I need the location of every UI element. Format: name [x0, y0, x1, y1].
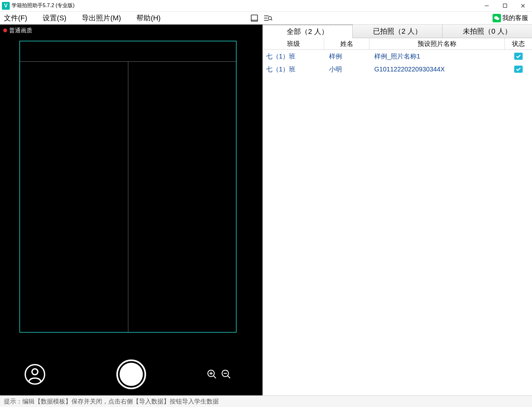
tabs: 全部（2 人） 已拍照（2 人） 未拍照（0 人）: [263, 25, 532, 38]
statusbar: 提示：编辑【数据模板】保存并关闭，点击右侧【导入数据】按钮导入学生数据: [0, 395, 532, 407]
save-icon[interactable]: [250, 13, 259, 23]
wechat-icon: [493, 14, 501, 22]
person-overlay-icon[interactable]: [252, 27, 259, 35]
quality-label: 普通画质: [9, 27, 32, 34]
close-button[interactable]: [514, 0, 532, 12]
cell-class: 七（1）班: [263, 65, 326, 74]
grid-icon[interactable]: [242, 27, 249, 35]
guide-frame: [19, 41, 237, 333]
svg-point-9: [268, 16, 271, 20]
column-header-name[interactable]: 姓名: [324, 38, 369, 49]
zoom-in-icon[interactable]: [207, 369, 217, 380]
menu-help[interactable]: 帮助(H): [136, 13, 161, 23]
table-row[interactable]: 七（1）班 小明 G10112220220930344X: [263, 63, 532, 76]
cell-name: 小明: [326, 65, 371, 74]
shutter-button[interactable]: [116, 359, 146, 389]
cell-photo-name: 样例_照片名称1: [371, 52, 505, 61]
customer-service-label: 我的客服: [502, 14, 528, 22]
customer-service-button[interactable]: 我的客服: [493, 14, 528, 22]
shutter-inner: [120, 363, 143, 386]
table-header: 班级 姓名 预设照片名称 状态: [263, 38, 532, 50]
maximize-button[interactable]: [496, 0, 514, 12]
column-header-status[interactable]: 状态: [505, 38, 532, 49]
table-row[interactable]: 七（1）班 样例 样例_照片名称1: [263, 50, 532, 63]
svg-point-20: [32, 369, 38, 375]
svg-line-22: [214, 376, 216, 378]
camera-viewport[interactable]: [0, 36, 262, 353]
cell-status: [505, 66, 532, 73]
camera-bottombar: [0, 353, 262, 395]
titlebar: V 学籍拍照助手5.7.2 (专业版): [0, 0, 532, 12]
window-title: 学籍拍照助手5.7.2 (专业版): [12, 2, 75, 9]
guide-line-vertical: [128, 61, 128, 332]
svg-line-10: [271, 19, 272, 20]
svg-rect-1: [503, 4, 507, 7]
tab-all[interactable]: 全部（2 人）: [263, 25, 353, 38]
svg-rect-13: [242, 27, 248, 33]
check-icon: [514, 53, 523, 60]
svg-point-12: [496, 17, 499, 20]
column-header-photo-name[interactable]: 预设照片名称: [369, 38, 505, 49]
cell-photo-name: G10112220220930344X: [371, 66, 505, 73]
cell-class: 七（1）班: [263, 52, 326, 61]
app-icon: V: [2, 2, 10, 10]
record-indicator-icon: [3, 28, 7, 32]
profile-icon[interactable]: [24, 363, 46, 385]
camera-panel: 普通画质: [0, 25, 262, 395]
tab-unshot[interactable]: 未拍照（0 人）: [442, 25, 532, 38]
svg-point-18: [254, 27, 257, 30]
column-header-class[interactable]: 班级: [263, 38, 324, 49]
tab-shot[interactable]: 已拍照（2 人）: [353, 25, 442, 38]
menu-export[interactable]: 导出照片(M): [82, 13, 121, 23]
svg-line-26: [228, 376, 230, 378]
cell-name: 样例: [326, 52, 371, 61]
menu-settings[interactable]: 设置(S): [43, 13, 66, 23]
menubar: 文件(F) 设置(S) 导出照片(M) 帮助(H) 我的客服: [0, 12, 532, 25]
cell-status: [505, 53, 532, 60]
check-icon: [514, 66, 523, 73]
statusbar-hint: 提示：编辑【数据模板】保存并关闭，点击右侧【导入数据】按钮导入学生数据: [4, 397, 219, 406]
minimize-button[interactable]: [478, 0, 496, 12]
data-panel: 全部（2 人） 已拍照（2 人） 未拍照（0 人） 班级 姓名 预设照片名称 状…: [262, 25, 532, 395]
camera-topbar: 普通画质: [0, 25, 262, 36]
table-body: 七（1）班 样例 样例_照片名称1 七（1）班 小明 G101122202209…: [263, 50, 532, 395]
filter-search-icon[interactable]: [263, 13, 273, 23]
zoom-out-icon[interactable]: [221, 369, 231, 380]
menu-file[interactable]: 文件(F): [4, 13, 27, 23]
